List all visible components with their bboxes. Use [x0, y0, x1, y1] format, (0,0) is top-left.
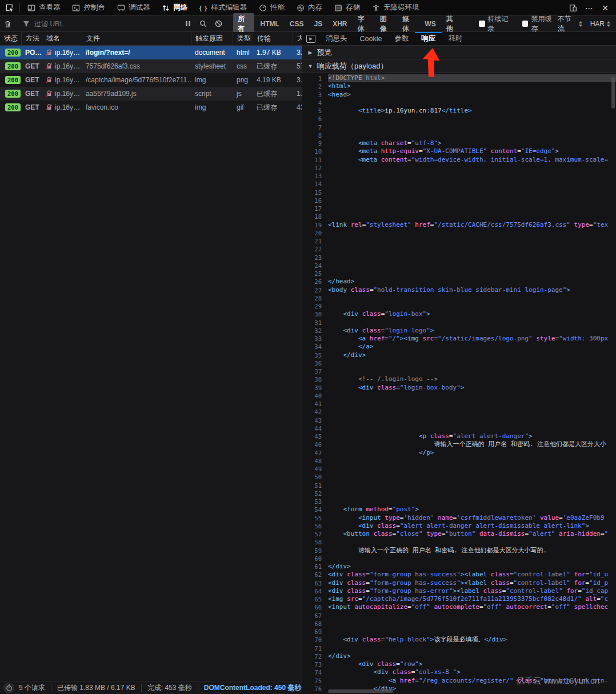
line-number: 51 — [302, 482, 328, 490]
tool-tab-network[interactable]: 网络 — [156, 0, 194, 15]
section-preview[interactable]: ▶ 预览 — [302, 46, 616, 59]
line-number: 63 — [302, 579, 328, 587]
code-line: 71 — [302, 644, 616, 652]
tool-tab-label: 调试器 — [129, 3, 150, 13]
clear-requests-icon[interactable] — [0, 16, 15, 31]
section-payload[interactable]: ▼ 响应载荷（payload） — [302, 59, 616, 73]
code-line: 49 — [302, 465, 616, 473]
dock-icon[interactable] — [566, 0, 581, 15]
line-number: 37 — [302, 367, 328, 375]
code-line-source: <!-- /.login-logo --> — [328, 375, 616, 383]
filter-css[interactable]: CSS — [285, 19, 309, 29]
cell-transferred: 已缓存 — [253, 103, 293, 113]
persist-logs-checkbox[interactable]: 持续记录 — [479, 14, 514, 34]
block-icon[interactable] — [211, 16, 226, 31]
tool-tab-inspector[interactable]: 查看器 — [21, 0, 66, 15]
cell-status: 200 — [0, 62, 21, 70]
filter-ws[interactable]: WS — [420, 19, 440, 29]
panel-toggle-icon[interactable]: ▶ — [302, 32, 319, 45]
line-number: 27 — [302, 286, 328, 294]
column-header-5[interactable]: 类型 — [233, 32, 253, 45]
column-header-3[interactable]: 文件 — [82, 32, 191, 45]
code-line: 9 <meta charset="utf-8"> — [302, 139, 616, 147]
code-line: 73 <div class="row"> — [302, 660, 616, 668]
request-row[interactable]: 200PO…ip.16y…/login/?next=/documenthtml1… — [0, 46, 302, 59]
pause-icon[interactable] — [180, 16, 195, 31]
filter-url-input[interactable] — [33, 19, 161, 29]
line-number: 39 — [302, 384, 328, 392]
accessibility-icon — [371, 3, 380, 12]
cell-domain: ip.16y… — [42, 103, 82, 111]
detail-tab-timings[interactable]: 耗时 — [442, 32, 469, 45]
search-icon[interactable] — [195, 16, 211, 31]
filter-other[interactable]: 其他 — [442, 13, 463, 35]
stopwatch-icon[interactable] — [3, 683, 14, 693]
dom-content-loaded-time[interactable]: DOMContentLoaded: 450 毫秒 — [204, 683, 302, 693]
pick-element-icon[interactable] — [0, 0, 18, 15]
line-number: 35 — [302, 351, 328, 359]
cell-domain: ip.16y… — [42, 76, 82, 84]
column-header-0[interactable]: 状态 — [0, 32, 21, 45]
code-line: 60 — [302, 555, 616, 563]
code-line: 19<link rel="stylesheet" href="/static/C… — [302, 221, 616, 229]
toolbar-right-cluster: 不节流 HAR — [558, 14, 616, 34]
filter-html[interactable]: HTML — [255, 19, 283, 29]
detail-tab-params[interactable]: 参数 — [388, 32, 415, 45]
code-line: 23 — [302, 254, 616, 262]
column-header-4[interactable]: 触发原因 — [191, 32, 233, 45]
filter-fonts[interactable]: 字体 — [353, 13, 374, 35]
horizontal-scrollbar[interactable] — [328, 689, 393, 693]
code-line: 25 — [302, 270, 616, 278]
detail-tab-headers[interactable]: 消息头 — [319, 32, 354, 45]
cell-cause: img — [191, 103, 233, 111]
request-row[interactable]: 200GETip.16y…aa55f79ad109.jsscriptjs已缓存1… — [0, 87, 302, 101]
request-row[interactable]: 200GETip.16y…favicon.icoimggif已缓存43 — [0, 101, 302, 114]
code-line-source: <form method="post"> — [328, 506, 616, 514]
requests-count: 5 个请求 — [19, 683, 45, 693]
code-line-source — [328, 498, 616, 506]
column-header-7[interactable]: 大小 — [293, 32, 302, 45]
filter-js[interactable]: JS — [310, 19, 327, 29]
checkbox-icon — [522, 21, 529, 27]
column-header-1[interactable]: 方法 — [21, 32, 42, 45]
detail-tab-response[interactable]: 响应 — [415, 32, 442, 45]
domain-text: ip.16y… — [55, 62, 80, 70]
request-row[interactable]: 200GETip.16y…/captcha/image/5d776f510f2e… — [0, 73, 302, 87]
code-line: 12 — [302, 164, 616, 172]
throttle-select[interactable]: 不节流 — [558, 14, 582, 34]
code-line: 24 — [302, 262, 616, 270]
code-line-source: 请输入一个正确的 用户名 和密码. 注意他们都是大区分大小 — [328, 440, 616, 448]
filter-all[interactable]: 所有 — [233, 13, 254, 35]
request-row[interactable]: 200GETip.16y…7575df626af3.cssstylesheetc… — [0, 59, 302, 73]
har-select[interactable]: HAR — [590, 20, 610, 28]
code-line: 18 — [302, 212, 616, 220]
code-line-source — [328, 555, 616, 563]
code-line: 7 — [302, 123, 616, 131]
code-line: 45 <p class="alert alert-danger"> — [302, 432, 616, 440]
code-line: 57 <button class="close" type="button" d… — [302, 530, 616, 538]
line-number: 54 — [302, 506, 328, 514]
tool-tab-label: 内存 — [308, 3, 322, 13]
code-line-source — [328, 612, 616, 620]
finish-time: 完成: 453 毫秒 — [147, 683, 192, 693]
column-header-6[interactable]: 传输 — [253, 32, 293, 45]
vertical-scrollbar[interactable] — [611, 77, 615, 109]
code-line-source: <meta charset="utf-8"> — [328, 139, 616, 147]
code-line: 29 — [302, 302, 616, 310]
meatball-menu-icon[interactable]: ⋯ — [582, 0, 597, 15]
throttle-label: 不节流 — [558, 14, 577, 34]
detail-tab-cookie[interactable]: Cookie — [354, 32, 389, 45]
line-number: 71 — [302, 644, 328, 652]
filter-xhr[interactable]: XHR — [328, 19, 351, 29]
disable-cache-checkbox[interactable]: 禁用缓存 — [522, 14, 558, 34]
code-line-source — [328, 490, 616, 498]
code-line: 31 — [302, 319, 616, 327]
divider — [51, 684, 51, 692]
close-icon[interactable]: ✕ — [598, 0, 613, 15]
filter-images[interactable]: 图像 — [375, 13, 397, 35]
column-header-2[interactable]: 域名 — [42, 32, 82, 45]
code-line-source: </div> — [328, 652, 616, 660]
tool-tab-debugger[interactable]: 调试器 — [111, 0, 156, 15]
filter-media[interactable]: 媒体 — [398, 13, 419, 35]
tool-tab-console[interactable]: 控制台 — [66, 0, 111, 15]
